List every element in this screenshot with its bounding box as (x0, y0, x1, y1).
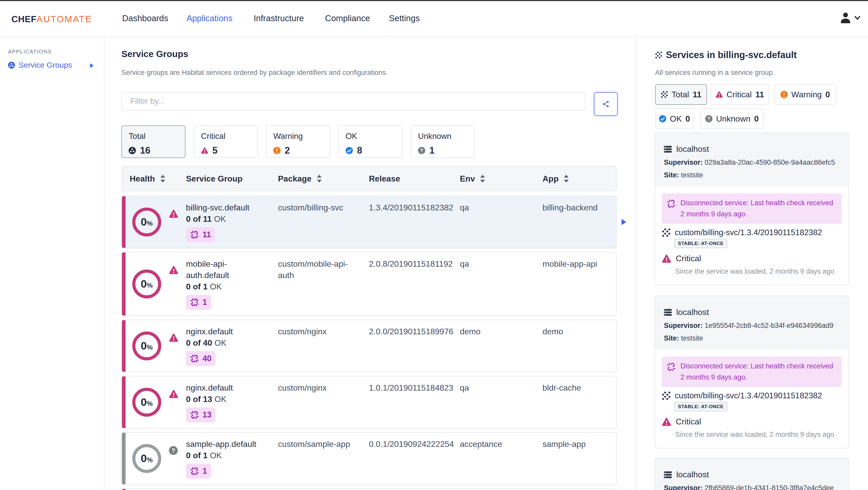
svg-text:?: ? (172, 448, 175, 454)
svg-text:?: ? (707, 116, 710, 122)
svg-text:?: ? (420, 148, 423, 153)
